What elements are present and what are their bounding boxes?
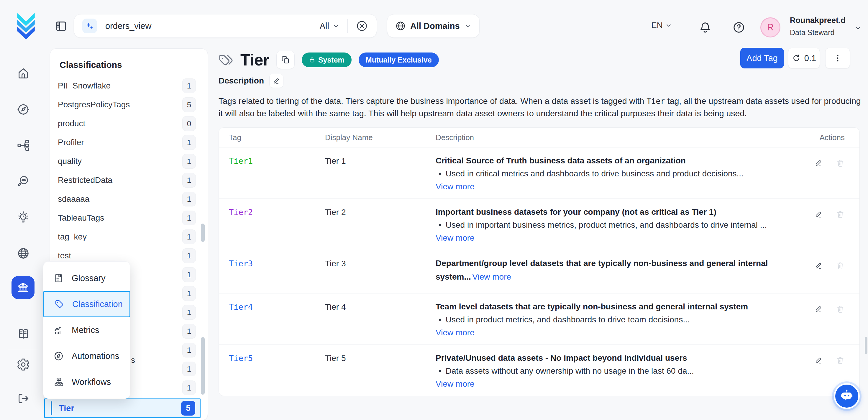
global-search[interactable]: orders_view All [74, 14, 377, 38]
view-more-link[interactable]: View more [472, 272, 511, 282]
search-input[interactable]: orders_view [105, 21, 151, 31]
chevron-down-icon[interactable] [332, 22, 340, 30]
app-root: orders_view All All Domains EN R Rounakp… [0, 0, 868, 420]
row-description-title: Private/Unused data assets - No impact b… [436, 353, 687, 362]
classification-item[interactable]: quality1 [50, 152, 208, 171]
edit-description-button[interactable] [269, 74, 283, 88]
copy-button[interactable] [276, 51, 294, 69]
tag-name-link[interactable]: Tier5 [219, 345, 325, 363]
edit-tag-icon[interactable] [814, 305, 823, 313]
notifications-bell-icon[interactable] [699, 21, 712, 34]
chevron-down-icon [464, 22, 472, 30]
sidebar-item-settings[interactable] [17, 358, 30, 371]
classification-item[interactable]: sdaaaaa1 [50, 190, 208, 209]
sidebar-toggle-icon[interactable] [54, 20, 68, 33]
divider [347, 19, 348, 33]
governance-popup-menu: Glossary Classification Metrics Automa [43, 261, 130, 399]
automations-badge-icon [53, 351, 64, 361]
classification-item[interactable]: PII_Snowflake1 [50, 77, 208, 95]
edit-tag-icon[interactable] [814, 210, 823, 219]
metrics-chart-icon [53, 325, 64, 335]
system-badge: System [302, 53, 351, 67]
sidebar-item-docs[interactable] [17, 327, 30, 341]
avatar-initial: R [767, 22, 774, 33]
row-description-title: Critical Source of Truth business data a… [436, 156, 686, 165]
count-badge: 1 [182, 286, 196, 301]
view-more-link[interactable]: View more [436, 379, 474, 389]
classification-item[interactable]: product0 [50, 114, 208, 133]
col-header-actions: Actions [798, 133, 860, 142]
sidebar-item-insights[interactable] [17, 211, 30, 224]
menu-item-metrics[interactable]: Metrics [43, 317, 130, 343]
delete-tag-icon[interactable] [836, 305, 845, 313]
panel-scrollbar-thumb-top[interactable] [201, 223, 205, 242]
classification-item[interactable]: RestrictedData1 [50, 171, 208, 190]
version-label: 0.1 [804, 53, 816, 63]
view-more-link[interactable]: View more [436, 328, 474, 337]
chat-assistant-button[interactable] [834, 383, 860, 409]
page-title: Tier [240, 51, 269, 69]
table-row: Tier5 Tier 5 Private/Unused data assets … [219, 344, 860, 396]
edit-tag-icon[interactable] [814, 159, 823, 168]
classifications-title: Classifications [60, 60, 122, 70]
inline-code: Tier [647, 97, 665, 106]
sidebar-item-logout[interactable] [17, 392, 30, 405]
atlan-logo[interactable] [13, 13, 38, 39]
classification-item[interactable]: PostgresPolicyTags5 [50, 95, 208, 114]
avatar[interactable]: R [761, 18, 780, 37]
edit-tag-icon[interactable] [814, 261, 823, 270]
tag-name-link[interactable]: Tier2 [219, 199, 325, 217]
tags-icon [219, 53, 233, 67]
classification-item[interactable]: TableauTags1 [50, 209, 208, 228]
classification-item[interactable]: Profiler1 [50, 133, 208, 152]
sidebar-item-governance-active[interactable] [11, 276, 34, 299]
delete-tag-icon[interactable] [836, 159, 845, 168]
page-header: Tier System Mutually Exclusive [219, 49, 439, 71]
domains-dropdown[interactable]: All Domains [387, 14, 479, 38]
rail-divider [8, 350, 38, 350]
delete-tag-icon[interactable] [836, 356, 845, 365]
add-tag-button[interactable]: Add Tag [740, 48, 784, 68]
menu-item-workflows[interactable]: Workflows [43, 369, 130, 395]
description-text: Tags related to tiering of the data. Tie… [219, 95, 862, 119]
view-more-link[interactable]: View more [436, 182, 474, 191]
delete-tag-icon[interactable] [836, 210, 845, 219]
tag-name-link[interactable]: Tier1 [219, 148, 325, 166]
search-scope-dropdown[interactable]: All [320, 21, 329, 31]
classification-item[interactable]: tag_key1 [50, 228, 208, 246]
sidebar-item-observability[interactable] [17, 175, 30, 188]
panel-scrollbar-thumb[interactable] [201, 337, 205, 395]
col-header-description: Description [436, 133, 798, 142]
menu-item-classification[interactable]: Classification [43, 291, 130, 317]
more-options-button[interactable] [825, 48, 850, 68]
table-row: Tier4 Tier 4 Team level datasets that ar… [219, 293, 860, 344]
menu-item-glossary[interactable]: Glossary [43, 265, 130, 291]
clear-search-icon[interactable] [355, 20, 368, 32]
view-more-link[interactable]: View more [436, 233, 474, 243]
domains-label: All Domains [410, 21, 460, 31]
tag-name-link[interactable]: Tier4 [219, 294, 325, 311]
kebab-menu-icon [833, 54, 842, 63]
delete-tag-icon[interactable] [836, 261, 845, 270]
user-menu-chevron-icon[interactable] [854, 24, 862, 32]
count-badge: 1 [182, 79, 196, 93]
help-icon[interactable] [732, 21, 746, 34]
count-badge: 1 [182, 135, 196, 150]
tag-name-link[interactable]: Tier3 [219, 250, 325, 268]
page-scrollbar-thumb[interactable] [865, 337, 867, 354]
refresh-icon [792, 54, 801, 63]
count-badge: 5 [181, 401, 195, 416]
sidebar-item-lineage[interactable] [17, 139, 30, 152]
count-badge: 1 [182, 324, 196, 338]
user-role: Data Steward [790, 28, 834, 37]
language-selector[interactable]: EN [651, 21, 672, 30]
menu-item-automations[interactable]: Automations [43, 343, 130, 369]
sidebar-item-discover[interactable] [17, 102, 30, 116]
robot-icon [839, 388, 855, 404]
sidebar-item-products[interactable] [17, 247, 30, 260]
table-header: Tag Display Name Description Actions [219, 128, 860, 147]
edit-tag-icon[interactable] [814, 356, 823, 365]
classification-item-tier-selected[interactable]: Tier 5 [44, 398, 200, 418]
sidebar-item-home[interactable] [17, 67, 30, 80]
version-button[interactable]: 0.1 [788, 48, 820, 68]
